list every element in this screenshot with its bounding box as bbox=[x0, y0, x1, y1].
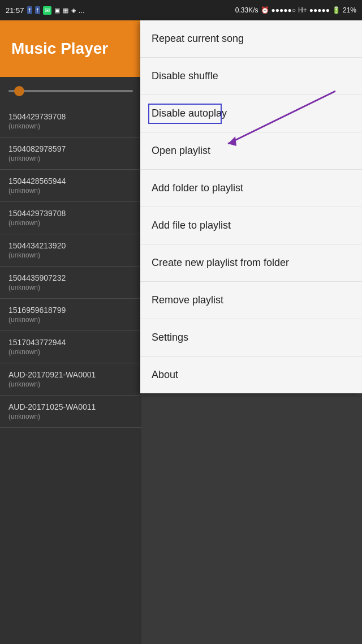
dropdown-menu: Repeat current song Disable shuffle Disa… bbox=[140, 20, 362, 393]
menu-item-about[interactable]: About bbox=[140, 357, 362, 393]
status-bar: 21:57 f f ✉ ▣ ▦ ◈ ... 0.33K/s ⏰ ●●●●●○ H… bbox=[0, 0, 362, 20]
menu-item-create-new-playlist[interactable]: Create new playlist from folder bbox=[140, 244, 362, 282]
alarm-icon: ⏰ bbox=[261, 6, 269, 14]
app-title: Music Player bbox=[11, 39, 108, 58]
app-header: Music Player bbox=[0, 20, 141, 77]
status-right: 0.33K/s ⏰ ●●●●●○ H+ ●●●●● 🔋 21% bbox=[235, 6, 356, 14]
menu-item-add-folder-to-playlist[interactable]: Add folder to playlist bbox=[140, 170, 362, 207]
left-dim-overlay bbox=[0, 20, 141, 644]
menu-item-label: Settings bbox=[152, 332, 188, 344]
menu-item-add-file-to-playlist[interactable]: Add file to playlist bbox=[140, 207, 362, 244]
network-type: H+ bbox=[298, 6, 307, 14]
battery-icon: 🔋 bbox=[332, 6, 341, 14]
signal-bars: ●●●●●○ bbox=[272, 6, 296, 14]
menu-item-settings[interactable]: Settings bbox=[140, 319, 362, 357]
battery-percent: 21% bbox=[343, 6, 356, 14]
menu-item-open-playlist[interactable]: Open playlist bbox=[140, 132, 362, 170]
fb-icon2: f bbox=[35, 6, 40, 14]
app-icon1: ▣ bbox=[54, 7, 60, 14]
status-time: 21:57 bbox=[6, 6, 24, 15]
wifi-bars: ●●●●● bbox=[309, 6, 330, 14]
menu-item-label: Add folder to playlist bbox=[152, 182, 243, 194]
menu-item-disable-shuffle[interactable]: Disable shuffle bbox=[140, 58, 362, 95]
menu-item-label: Disable shuffle bbox=[152, 70, 218, 82]
network-speed: 0.33K/s bbox=[235, 6, 258, 14]
app-icon2: ▦ bbox=[63, 7, 68, 14]
menu-item-repeat-current-song[interactable]: Repeat current song bbox=[140, 20, 362, 58]
ellipsis: ... bbox=[79, 6, 85, 15]
menu-item-label: About bbox=[152, 369, 178, 381]
menu-item-label: Open playlist bbox=[152, 145, 210, 157]
menu-item-label: Remove playlist bbox=[152, 294, 223, 306]
app-icon3: ◈ bbox=[71, 7, 76, 14]
menu-item-remove-playlist[interactable]: Remove playlist bbox=[140, 282, 362, 319]
status-left: 21:57 f f ✉ ▣ ▦ ◈ ... bbox=[6, 6, 85, 15]
menu-item-disable-autoplay[interactable]: Disable autoplay bbox=[140, 95, 362, 132]
menu-item-label: Repeat current song bbox=[152, 33, 244, 45]
menu-item-label: Create new playlist from folder bbox=[152, 257, 289, 269]
menu-item-label: Disable autoplay bbox=[152, 108, 227, 119]
fb-icon1: f bbox=[27, 6, 32, 14]
msg-icon: ✉ bbox=[43, 6, 51, 15]
menu-item-label: Add file to playlist bbox=[152, 220, 231, 231]
